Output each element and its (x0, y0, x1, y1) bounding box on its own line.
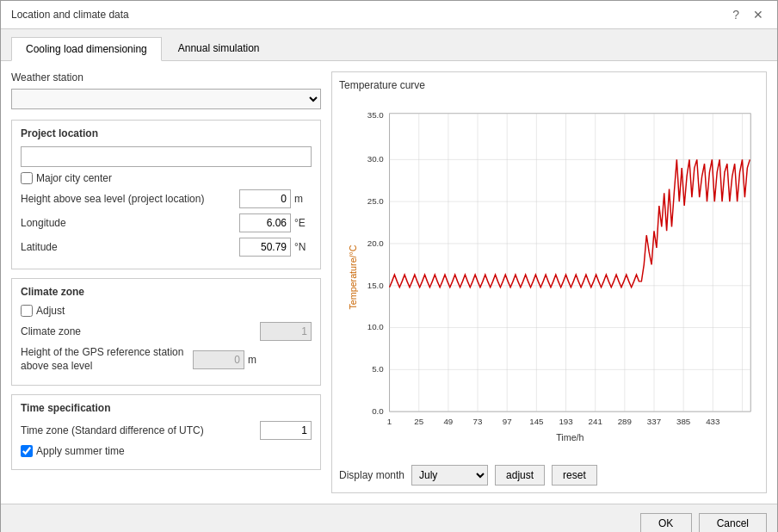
svg-text:0.0: 0.0 (372, 406, 384, 416)
adjust-row: Adjust (21, 305, 312, 317)
ok-button[interactable]: OK (640, 513, 692, 532)
height-unit: m (294, 193, 312, 205)
tab-bar: Cooling load dimensioning Annual simulat… (1, 29, 777, 61)
latitude-label: Latitude (21, 241, 239, 253)
svg-text:385: 385 (676, 417, 691, 426)
height-label: Height above sea level (project location… (21, 193, 239, 205)
title-bar-buttons: ? ✕ (729, 8, 767, 22)
svg-text:1: 1 (387, 417, 392, 426)
weather-station-section: Weather station (11, 71, 321, 109)
longitude-unit: °E (294, 217, 312, 229)
gps-height-label: Height of the GPS reference station abov… (21, 346, 193, 373)
gps-height-unit: m (248, 354, 265, 366)
adjust-checkbox[interactable] (21, 305, 33, 317)
svg-text:97: 97 (503, 417, 512, 426)
right-panel: Temperature curve Temperature/°C (331, 71, 767, 493)
climate-zone-row: Climate zone (21, 322, 312, 341)
major-city-checkbox[interactable] (21, 172, 33, 184)
display-month-row: Display month January February March Apr… (339, 465, 759, 486)
tab-cooling-load[interactable]: Cooling load dimensioning (11, 37, 162, 61)
longitude-label: Longitude (21, 217, 239, 229)
major-city-label: Major city center (36, 172, 112, 184)
svg-text:49: 49 (443, 417, 453, 426)
timezone-label: Time zone (Standard difference of UTC) (21, 424, 260, 436)
reset-button[interactable]: reset (552, 465, 597, 486)
height-input[interactable] (239, 189, 291, 208)
main-content: Weather station Project location Major c… (1, 61, 777, 504)
svg-text:433: 433 (706, 417, 719, 426)
weather-station-dropdown[interactable] (11, 89, 321, 109)
svg-text:5.0: 5.0 (372, 364, 384, 374)
svg-text:10.0: 10.0 (367, 322, 385, 331)
latitude-unit: °N (294, 241, 312, 253)
display-month-select[interactable]: January February March April May June Ju… (411, 465, 488, 486)
gps-height-row: Height of the GPS reference station abov… (21, 346, 312, 373)
svg-text:35.0: 35.0 (367, 110, 385, 120)
time-specification-section: Time specification Time zone (Standard d… (11, 394, 321, 470)
project-location-section: Project location Major city center Heigh… (11, 120, 321, 269)
svg-text:193: 193 (559, 417, 572, 426)
temperature-chart: Temperature/°C (339, 96, 759, 458)
svg-text:15.0: 15.0 (367, 281, 385, 290)
weather-station-label: Weather station (11, 71, 321, 84)
x-axis-label: Time/h (556, 432, 584, 442)
latitude-input[interactable] (239, 238, 291, 257)
svg-text:337: 337 (647, 417, 661, 426)
climate-zone-section: Climate zone Adjust Climate zone Height … (11, 278, 321, 386)
dialog: Location and climate data ? ✕ Cooling lo… (0, 0, 778, 532)
adjust-label: Adjust (36, 305, 65, 317)
close-button[interactable]: ✕ (750, 8, 767, 22)
latitude-row: Latitude °N (21, 238, 312, 257)
gps-height-input[interactable] (193, 350, 244, 369)
svg-text:73: 73 (473, 417, 483, 426)
summer-time-label: Apply summer time (36, 445, 125, 457)
time-spec-title: Time specification (21, 402, 312, 414)
svg-text:25.0: 25.0 (367, 196, 385, 206)
svg-text:20.0: 20.0 (367, 238, 385, 248)
summer-time-checkbox[interactable] (21, 445, 33, 457)
left-panel: Weather station Project location Major c… (11, 71, 321, 493)
dialog-title: Location and climate data (11, 9, 129, 21)
tab-annual-simulation[interactable]: Annual simulation (164, 36, 275, 60)
project-location-title: Project location (21, 127, 312, 139)
chart-title: Temperature curve (339, 79, 759, 91)
svg-text:145: 145 (529, 417, 544, 426)
longitude-input[interactable] (239, 213, 291, 232)
adjust-button[interactable]: adjust (495, 465, 545, 486)
svg-text:30.0: 30.0 (367, 154, 385, 164)
project-location-input[interactable] (21, 146, 312, 167)
svg-text:289: 289 (618, 417, 632, 426)
major-city-row: Major city center (21, 172, 312, 184)
svg-text:25: 25 (414, 417, 423, 426)
chart-area: Temperature/°C (339, 96, 759, 458)
timezone-input[interactable] (260, 421, 312, 440)
cancel-button[interactable]: Cancel (699, 513, 767, 532)
longitude-row: Longitude °E (21, 213, 312, 232)
chart-container: Temperature curve Temperature/°C (331, 71, 767, 493)
climate-zone-label: Climate zone (21, 325, 260, 337)
timezone-row: Time zone (Standard difference of UTC) (21, 421, 312, 440)
climate-zone-title: Climate zone (21, 286, 312, 298)
footer: OK Cancel (1, 504, 777, 532)
summer-time-row: Apply summer time (21, 445, 312, 457)
title-bar: Location and climate data ? ✕ (1, 1, 777, 29)
help-button[interactable]: ? (729, 8, 743, 22)
climate-zone-input[interactable] (260, 322, 312, 341)
height-row: Height above sea level (project location… (21, 189, 312, 208)
svg-text:241: 241 (589, 417, 602, 426)
display-month-label: Display month (339, 469, 404, 481)
y-axis-label: Temperature/°C (348, 244, 358, 309)
